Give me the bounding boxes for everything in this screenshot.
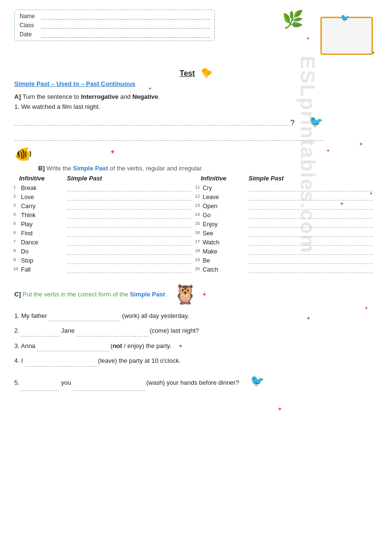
verb-line-20[interactable] [249,265,373,273]
verb-line-11[interactable] [249,184,373,191]
star-owl-icon: ✦ [202,291,207,298]
q1-line1[interactable] [14,117,290,126]
question-1: 1. We watched a film last night. [14,103,378,110]
section-a: A] Turn the sentence to Interrogative an… [14,93,378,100]
class-row: Class [20,22,210,29]
picture-frame [320,17,373,55]
verb-see: See [201,230,249,237]
verb-line-15[interactable] [249,220,373,228]
verb-find: Find [19,230,67,237]
section-a-bold2: Negative [132,93,158,100]
verb-row-20: 20 Catch [201,265,373,273]
verb-dance: Dance [19,239,67,246]
verb-num-16: 16 [195,230,200,235]
star-deco-2: ✦ [326,148,330,153]
s2-num: 2. [14,327,21,334]
verb-line-10[interactable] [67,265,191,273]
verbs-table: Infinitive Simple Past 1 Break 2 Love 3 … [19,175,373,274]
verb-line-3[interactable] [67,202,191,210]
date-line [41,31,210,38]
star-deco-7: ✦ [277,406,282,412]
s2-fill1[interactable] [21,329,59,337]
verb-num-4: 4 [13,212,16,217]
verb-row-11: 11 Cry [201,184,373,191]
verb-num-3: 3 [13,203,16,208]
verb-num-2: 2 [13,194,16,199]
verb-line-2[interactable] [67,193,191,200]
bird-blue-icon: 🐦 [309,115,323,128]
s4-verb: (leave) the party at 10 o'clock. [96,357,181,364]
name-label: Name [20,13,41,20]
star-deco-1: ✦ [359,141,363,147]
s5-fill2[interactable] [73,383,145,391]
s5-fill1[interactable] [21,383,59,391]
fill-sentence-2: 2. Jane (come) last night? [14,325,378,336]
s5-you: you [59,379,73,386]
verb-row-3: 3 Carry [19,202,191,210]
verb-line-13[interactable] [249,202,373,210]
q1-line2[interactable] [14,132,323,141]
verb-make: Make [201,248,249,255]
verb-line-12[interactable] [249,193,373,200]
verb-line-4[interactable] [67,211,191,219]
fish-area: 🐠 ✦ [14,146,378,160]
bird-frame-icon: 🐦 [340,13,350,22]
verb-row-18: 18 Make [201,247,373,255]
verb-row-15: 15 Enjoy [201,220,373,228]
verb-row-7: 7 Dance [19,238,191,246]
s1-fill[interactable] [49,314,120,321]
s3-fill[interactable] [37,344,109,351]
s2-jane: Jane [59,327,76,334]
verb-row-4: 4 Think [19,211,191,219]
verb-num-18: 18 [195,248,200,253]
verb-line-1[interactable] [67,184,191,191]
name-line [41,13,210,20]
verb-row-10: 10 Fall [19,265,191,273]
s3-num: 3. Anna [14,342,37,349]
verb-line-5[interactable] [67,220,191,228]
verb-num-11: 11 [195,185,200,190]
section-c-header-text: C] Put the verbs in the correct form of … [14,291,169,298]
verb-row-19: 19 Be [201,256,373,264]
verb-num-12: 12 [195,194,200,199]
section-c-instruction: Put the verbs in the correct form of the [22,291,130,298]
header-area: Name Class Date 🌿 🐦 ✦ ✦ ✦ [14,10,378,62]
verb-line-16[interactable] [249,229,373,237]
verb-line-19[interactable] [249,256,373,264]
verb-line-8[interactable] [67,247,191,255]
s2-fill2[interactable] [76,329,148,337]
right-inf-header: Infinitive [201,175,249,182]
verbs-right-col: Infinitive Simple Past 11 Cry 12 Leave 1… [201,175,373,274]
section-b-rest: of the verbs, regular and irregular. [110,165,203,172]
class-line [41,22,210,29]
star-fish-icon: ✦ [110,148,116,156]
section-c-end: . [167,291,169,298]
q1-prefix: 1. [14,103,20,110]
date-row: Date [20,31,210,38]
bird-title-icon: 🐤 [201,67,212,78]
name-box: Name Class Date [14,10,215,41]
verb-num-1: 1 [13,185,16,190]
verb-watch: Watch [201,239,249,246]
fish-icon: 🐠 [14,146,32,162]
star3-icon: ✦ [371,50,375,55]
owl-deco-icon: 🦉 [173,283,197,305]
verb-row-5: 5 Play [19,220,191,228]
verb-be: Be [201,257,249,264]
star-s3-icon: ✦ [178,343,183,349]
verb-line-14[interactable] [249,211,373,219]
verb-line-17[interactable] [249,238,373,246]
verb-row-16: 16 See [201,229,373,237]
verb-num-10: 10 [13,266,18,271]
subtitle-text: Simple Past – Used to – Past Continuous [14,80,136,87]
verb-line-7[interactable] [67,238,191,246]
verb-line-9[interactable] [67,256,191,264]
verb-line-6[interactable] [67,229,191,237]
left-inf-header: Infinitive [19,175,67,182]
left-sp-header: Simple Past [67,175,191,182]
s4-fill[interactable] [25,359,96,367]
verb-line-18[interactable] [249,247,373,255]
fill-sentence-3: 3. Anna (not / enjoy) the party. ✦ [14,340,378,352]
verb-open: Open [201,203,249,210]
section-a-end: . [158,93,160,100]
